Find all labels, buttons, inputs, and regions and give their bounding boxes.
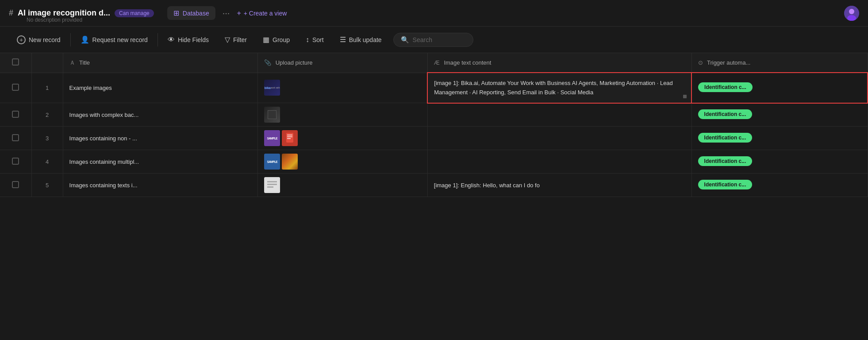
filter-button[interactable]: ▽ Filter (217, 32, 255, 47)
request-record-icon: 👤 (81, 35, 89, 44)
group-icon: ▦ (263, 35, 269, 44)
filter-label: Filter (233, 36, 247, 43)
table-row: 2 Images with complex bac... Identificat… (0, 103, 868, 127)
toolbar-divider-2 (157, 33, 158, 46)
page-title: AI image recognition d... (18, 8, 110, 18)
row-4-checkbox[interactable] (12, 158, 19, 165)
svg-rect-10 (267, 186, 273, 188)
row-3-thumb-1: SAMPLE (264, 130, 280, 146)
avatar[interactable] (844, 6, 859, 21)
create-view-label: + Create a view (244, 10, 287, 17)
header-trigger-label: Trigger automa... (707, 59, 751, 66)
header-upload-col: 📎 Upload picture (258, 53, 428, 73)
svg-rect-4 (287, 135, 292, 135)
request-record-label: Request new record (92, 36, 148, 43)
svg-point-1 (849, 9, 854, 14)
main-table: Ａ Title 📎 Upload picture Æ Image text co… (0, 53, 868, 197)
table-row: 5 Images containing texts i... (0, 174, 868, 197)
more-options-button[interactable]: ··· (219, 6, 234, 20)
row-4-trigger-badge[interactable]: Identification c... (698, 156, 753, 166)
trigger-col-icon: ⊙ (698, 59, 703, 66)
header-title-col: Ａ Title (63, 53, 258, 73)
row-5-checkbox[interactable] (12, 181, 19, 188)
filter-icon: ▽ (225, 35, 230, 44)
hide-fields-button[interactable]: 👁 Hide Fields (160, 33, 217, 47)
row-1-thumb-group: bika work with (264, 80, 421, 96)
toolbar: + New record 👤 Request new record 👁 Hide… (0, 27, 868, 53)
sort-button[interactable]: ↕ Sort (298, 33, 332, 47)
row-2-num: 2 (31, 103, 63, 127)
row-1-trigger[interactable]: Identification c... (691, 73, 868, 103)
row-4-upload: SAMPLE (258, 150, 428, 174)
row-1-trigger-badge[interactable]: Identification c... (698, 82, 753, 92)
row-3-checkbox[interactable] (12, 134, 19, 141)
row-2-trigger-badge[interactable]: Identification c... (698, 109, 753, 119)
new-record-button[interactable]: + New record (9, 32, 69, 47)
row-2-title: Images with complex bac... (63, 103, 258, 127)
row-1-thumb-1: bika work with (264, 80, 280, 96)
header-checkbox-col (0, 53, 31, 73)
row-5-check[interactable] (0, 174, 31, 197)
table-header-row: Ａ Title 📎 Upload picture Æ Image text co… (0, 53, 868, 73)
row-3-upload: SAMPLE (258, 127, 428, 150)
database-icon: ⊞ (173, 9, 179, 17)
database-label: Database (183, 10, 209, 17)
row-3-trigger-badge[interactable]: Identification c... (698, 133, 753, 143)
row-2-checkbox[interactable] (12, 111, 19, 118)
row-2-thumb-1 (264, 107, 280, 123)
table-row: 1 Example images bika work with [image 1… (0, 73, 868, 103)
row-2-content (427, 103, 691, 127)
row-5-trigger-badge[interactable]: Identification c... (698, 180, 753, 189)
sort-icon: ↕ (306, 36, 309, 44)
request-record-button[interactable]: 👤 Request new record (73, 32, 156, 47)
row-2-check[interactable] (0, 103, 31, 127)
expand-indicator (683, 95, 687, 98)
row-1-upload: bika work with (258, 73, 428, 103)
group-button[interactable]: ▦ Group (255, 32, 298, 47)
row-5-trigger[interactable]: Identification c... (691, 174, 868, 197)
bulk-update-label: Bulk update (349, 36, 382, 43)
row-1-check[interactable] (0, 73, 31, 103)
row-2-trigger[interactable]: Identification c... (691, 103, 868, 127)
row-3-title: Images containing non - ... (63, 127, 258, 150)
hash-icon: # (9, 8, 13, 18)
top-bar-center: ⊞ Database ··· + + Create a view (167, 6, 287, 20)
row-3-trigger[interactable]: Identification c... (691, 127, 868, 150)
row-3-check[interactable] (0, 127, 31, 150)
database-tab[interactable]: ⊞ Database (167, 6, 215, 20)
plus-icon: + (237, 9, 241, 17)
row-1-num: 1 (31, 73, 63, 103)
row-3-thumb-group: SAMPLE (264, 130, 421, 146)
new-record-icon: + (17, 35, 26, 44)
search-icon: 🔍 (401, 36, 409, 44)
manage-badge: Can manage (115, 9, 154, 17)
row-5-upload (258, 174, 428, 197)
toolbar-divider-1 (70, 33, 71, 46)
header-num-col (31, 53, 63, 73)
svg-rect-3 (286, 133, 293, 143)
header-content-label: Image text content (444, 59, 491, 66)
title-area: # AI image recognition d... Can manage (9, 8, 154, 18)
create-view-button[interactable]: + + Create a view (237, 9, 287, 17)
row-4-trigger[interactable]: Identification c... (691, 150, 868, 174)
group-label: Group (273, 36, 290, 43)
row-5-content: [image 1]: English: Hello, what can I do… (427, 174, 691, 197)
new-record-label: New record (29, 36, 61, 43)
hide-fields-label: Hide Fields (178, 36, 209, 43)
row-1-checkbox[interactable] (12, 84, 19, 91)
search-input[interactable] (413, 36, 466, 43)
bulk-update-button[interactable]: ☰ Bulk update (332, 32, 390, 47)
row-5-num: 5 (31, 174, 63, 197)
header-trigger-col: ⊙ Trigger automa... (691, 53, 868, 73)
row-4-check[interactable] (0, 150, 31, 174)
search-area[interactable]: 🔍 (393, 33, 473, 47)
header-title-label: Title (79, 59, 90, 66)
row-3-content (427, 127, 691, 150)
row-3-num: 3 (31, 127, 63, 150)
header-checkbox[interactable] (12, 58, 19, 66)
row-1-title: Example images (63, 73, 258, 103)
header-content-col: Æ Image text content (427, 53, 691, 73)
header-upload-label: Upload picture (276, 59, 313, 66)
svg-rect-9 (267, 184, 277, 185)
table-row: 3 Images containing non - ... SAMPLE (0, 127, 868, 150)
